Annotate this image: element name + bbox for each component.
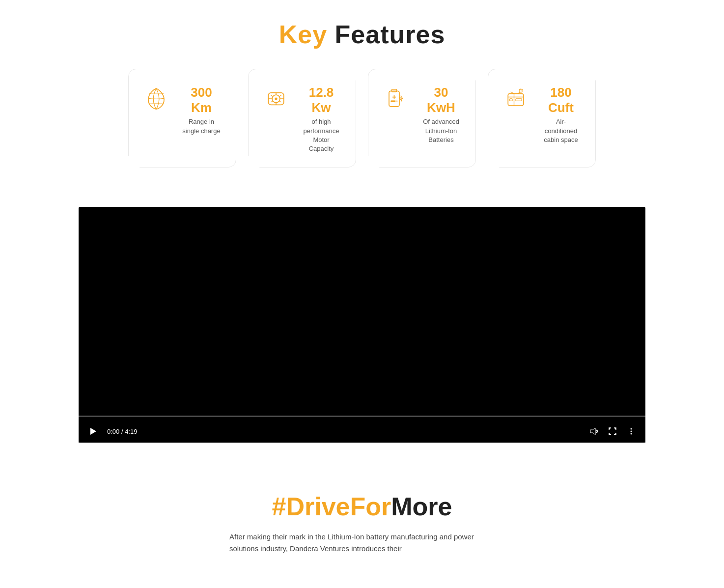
features-row: 300 Km Range in single charge (0, 69, 724, 168)
mute-button[interactable] (587, 425, 600, 438)
motor-icon (260, 83, 292, 114)
video-overlay (79, 207, 645, 443)
feature-card-cabin: 180 Cuft Air-conditioned cabin space (488, 69, 596, 168)
motor-value: 12.8 Kw (301, 85, 342, 115)
road-icon (140, 83, 172, 114)
svg-marker-25 (590, 428, 595, 435)
drive-subtitle: After making their mark in the Lithium-I… (151, 531, 573, 555)
feature-text-battery: 30 KwH Of advanced Lithium-Ion Batteries (420, 83, 462, 144)
feature-card-battery: 30 KwH Of advanced Lithium-Ion Batteries (368, 69, 476, 168)
svg-rect-19 (516, 99, 522, 101)
svg-rect-18 (510, 99, 512, 101)
hash-drive-for: #DriveFor (272, 492, 391, 521)
video-progress-bar[interactable] (79, 416, 645, 417)
more-text: More (391, 492, 452, 521)
svg-line-9 (279, 95, 281, 97)
svg-marker-24 (90, 428, 96, 435)
cabin-value: 180 Cuft (540, 85, 582, 115)
video-controls: 0:00 / 4:19 (79, 420, 645, 443)
range-desc: Range in single charge (181, 117, 222, 135)
svg-point-2 (275, 97, 277, 100)
key-highlight: Key (279, 20, 327, 49)
cabin-icon (500, 83, 531, 114)
svg-line-8 (279, 101, 281, 102)
svg-line-23 (519, 89, 520, 90)
key-features-title: Key Features (0, 20, 724, 49)
svg-line-7 (271, 95, 273, 97)
svg-point-30 (631, 433, 632, 435)
svg-rect-16 (391, 101, 395, 103)
feature-text-motor: 12.8 Kw of high performance Motor Capaci… (301, 83, 342, 153)
drive-section: #DriveForMore After making their mark in… (0, 472, 724, 564)
battery-icon (380, 83, 412, 114)
features-rest: Features (327, 20, 445, 49)
range-value: 300 Km (181, 85, 222, 115)
feature-text-range: 300 Km Range in single charge (181, 83, 222, 136)
svg-point-29 (631, 431, 632, 432)
feature-text-cabin: 180 Cuft Air-conditioned cabin space (540, 83, 582, 144)
more-options-button[interactable] (625, 425, 638, 438)
svg-point-28 (631, 428, 632, 430)
video-section: 0:00 / 4:19 (79, 207, 645, 443)
page-wrapper: Key Features 300 Km Range i (0, 0, 724, 574)
video-container[interactable]: 0:00 / 4:19 (79, 207, 645, 443)
fullscreen-button[interactable] (606, 425, 619, 438)
svg-line-10 (271, 101, 273, 102)
battery-desc: Of advanced Lithium-Ion Batteries (420, 117, 462, 144)
svg-line-22 (522, 89, 523, 90)
key-features-section: Key Features 300 Km Range i (0, 10, 724, 187)
time-display: 0:00 / 4:19 (107, 428, 137, 435)
motor-desc: of high performance Motor Capacity (301, 117, 342, 153)
feature-card-range: 300 Km Range in single charge (128, 69, 236, 168)
battery-value: 30 KwH (420, 85, 462, 115)
cabin-desc: Air-conditioned cabin space (540, 117, 582, 144)
drive-for-more-title: #DriveForMore (0, 492, 724, 521)
play-button[interactable] (86, 425, 99, 438)
feature-card-motor: 12.8 Kw of high performance Motor Capaci… (248, 69, 356, 168)
